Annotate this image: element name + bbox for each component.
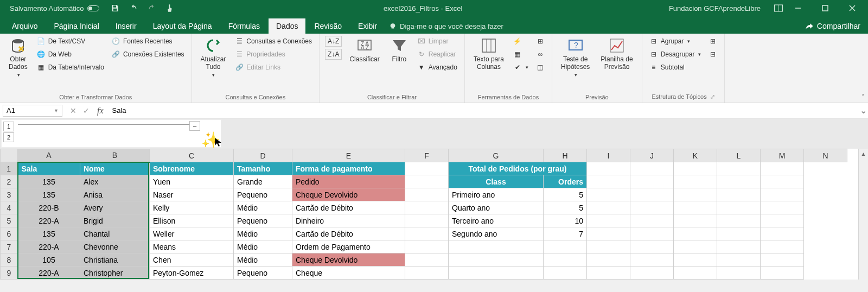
cell[interactable]: Pequeno — [234, 266, 292, 280]
cell[interactable] — [587, 266, 630, 280]
cell[interactable] — [717, 227, 761, 240]
col-I[interactable]: I — [587, 149, 630, 162]
row-5[interactable]: 5 — [1, 214, 18, 227]
cell[interactable] — [587, 253, 630, 266]
relationships-button[interactable]: ∞ — [534, 49, 546, 60]
cell[interactable] — [761, 227, 804, 240]
cell[interactable] — [630, 266, 674, 280]
data-validation-button[interactable]: ✔▾ — [512, 62, 530, 73]
cell[interactable] — [630, 214, 674, 227]
cell[interactable]: Brigid — [80, 214, 150, 227]
queries-connections-button[interactable]: ☰Consultas e Conexões — [233, 36, 314, 47]
cell[interactable] — [587, 188, 630, 201]
cell[interactable] — [587, 162, 630, 175]
col-A[interactable]: A — [18, 149, 80, 162]
col-N[interactable]: N — [804, 149, 847, 162]
cell[interactable] — [674, 266, 717, 280]
from-table-button[interactable]: ▦Da Tabela/Intervalo — [35, 62, 106, 73]
col-J[interactable]: J — [630, 149, 674, 162]
tab-arquivo[interactable]: Arquivo — [4, 18, 45, 34]
subtotal-button[interactable]: ≡Subtotal — [648, 62, 703, 73]
cell[interactable] — [674, 188, 717, 201]
row-6[interactable]: 6 — [1, 227, 18, 240]
hide-detail-button[interactable]: ⊟ — [707, 49, 719, 60]
cell[interactable]: 5 — [544, 188, 587, 201]
cell[interactable] — [449, 253, 544, 266]
cell[interactable]: 7 — [544, 227, 587, 240]
collapse-ribbon-button[interactable]: ˄ — [861, 93, 865, 100]
expand-formula-bar-button[interactable]: ⌄ — [858, 105, 868, 116]
cell[interactable]: 105 — [18, 253, 80, 266]
cell[interactable] — [761, 214, 804, 227]
cell[interactable] — [761, 188, 804, 201]
cell[interactable] — [405, 188, 449, 201]
cell[interactable] — [587, 214, 630, 227]
cell[interactable] — [674, 201, 717, 214]
cell[interactable] — [587, 227, 630, 240]
cell[interactable] — [674, 253, 717, 266]
cell[interactable]: Cheque Devolvido — [292, 253, 405, 266]
fx-icon[interactable]: fx — [97, 106, 104, 116]
cell[interactable] — [717, 188, 761, 201]
cell[interactable] — [630, 175, 674, 188]
cell[interactable] — [717, 175, 761, 188]
row-4[interactable]: 4 — [1, 201, 18, 214]
filter-button[interactable]: Filtro — [387, 36, 411, 64]
cell[interactable]: Primeiro ano — [449, 188, 544, 201]
cell[interactable]: Cheque — [292, 266, 405, 280]
col-F[interactable]: F — [405, 149, 449, 162]
cell[interactable] — [405, 227, 449, 240]
row-9[interactable]: 9 — [1, 266, 18, 280]
ribbon-display-icon[interactable] — [774, 4, 783, 12]
group-button[interactable]: ⊟Agrupar▾ — [648, 36, 703, 47]
cell[interactable] — [544, 253, 587, 266]
redo-button[interactable] — [145, 1, 159, 15]
get-data-button[interactable]: Obter Dados▾ — [5, 36, 31, 79]
cell[interactable]: 5 — [544, 201, 587, 214]
col-M[interactable]: M — [761, 149, 804, 162]
cell[interactable]: Total de Pedidos (por grau) — [449, 162, 587, 175]
cell[interactable] — [449, 266, 544, 280]
enter-formula-button[interactable]: ✓ — [83, 106, 90, 115]
from-web-button[interactable]: 🌐Da Web — [35, 49, 106, 60]
scroll-up-button[interactable]: ▲ — [859, 149, 868, 158]
cell[interactable]: 135 — [18, 188, 80, 201]
cell[interactable] — [405, 175, 449, 188]
cell[interactable] — [630, 227, 674, 240]
cell[interactable] — [405, 214, 449, 227]
cell[interactable] — [630, 188, 674, 201]
col-E[interactable]: E — [292, 149, 405, 162]
col-K[interactable]: K — [674, 149, 717, 162]
cell[interactable] — [674, 240, 717, 253]
cell[interactable] — [761, 266, 804, 280]
remove-dupes-button[interactable]: ▦ — [512, 49, 530, 60]
cell[interactable]: Médio — [234, 201, 292, 214]
cell[interactable] — [405, 240, 449, 253]
cell[interactable]: Chevonne — [80, 240, 150, 253]
formula-input[interactable] — [109, 106, 858, 115]
show-detail-button[interactable]: ⊞ — [707, 36, 719, 47]
sort-za-button[interactable]: Z↓A — [325, 49, 342, 60]
what-if-button[interactable]: ? Teste de Hipóteses▾ — [558, 36, 593, 79]
outline-dialog-launcher[interactable]: ⤢ — [710, 93, 715, 100]
tab-inicial[interactable]: Página Inicial — [46, 18, 106, 34]
row-2[interactable]: 2 — [1, 175, 18, 188]
data-model-button[interactable]: ◫ — [534, 62, 546, 73]
cell[interactable]: Forma de pagamento — [292, 162, 405, 175]
cell[interactable] — [405, 266, 449, 280]
cell[interactable]: Médio — [234, 227, 292, 240]
properties-button[interactable]: ☰Propriedades — [233, 49, 314, 60]
from-text-button[interactable]: 📄De Text/CSV — [35, 36, 106, 47]
cell[interactable] — [761, 201, 804, 214]
cell[interactable] — [674, 227, 717, 240]
row-7[interactable]: 7 — [1, 240, 18, 253]
tell-me-search[interactable]: Diga-me o que você deseja fazer — [389, 22, 503, 34]
cell[interactable]: 220-A — [18, 240, 80, 253]
cell[interactable]: Yuen — [150, 175, 234, 188]
cell[interactable]: Peyton-Gomez — [150, 266, 234, 280]
consolidate-button[interactable]: ⊞ — [534, 36, 546, 47]
close-button[interactable] — [840, 0, 865, 16]
cell[interactable] — [405, 162, 449, 175]
sort-az-button[interactable]: A↓Z — [325, 36, 342, 47]
vertical-scrollbar[interactable]: ▲ — [858, 149, 868, 280]
